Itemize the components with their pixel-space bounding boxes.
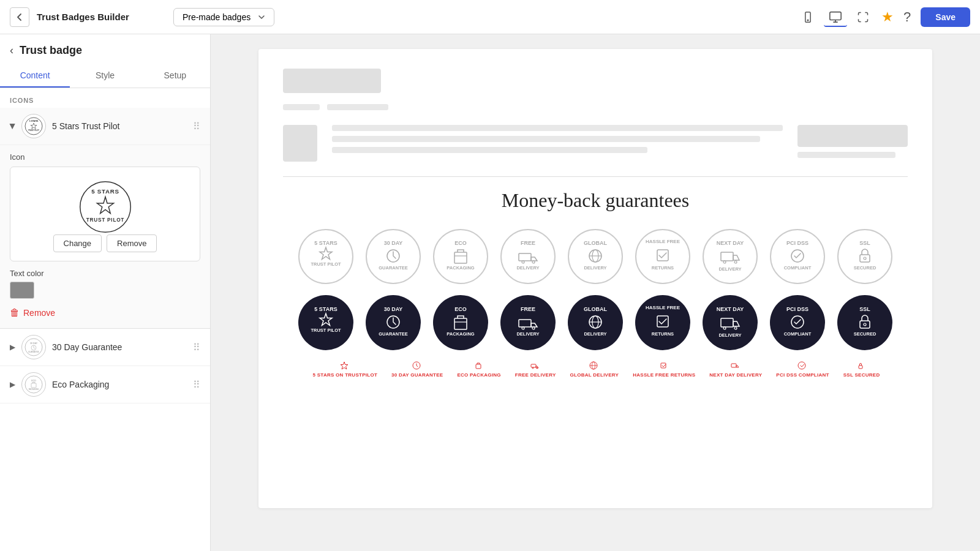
svg-text:SSL: SSL [859, 240, 870, 246]
icon-thumbnail-30day: 30 DAY GUARANTEE [21, 335, 46, 359]
svg-text:GUARANTEE: GUARANTEE [379, 265, 408, 271]
dark-badge-row: 5 STARS TRUST PILOT 30 DAY GUARANTEE [283, 295, 908, 350]
badge-five-stars-dark: 5 STARS TRUST PILOT [298, 295, 353, 350]
back-button[interactable] [10, 7, 29, 27]
icon-item-eco[interactable]: ▶ ECO PACKAGING Eco Packaging ⠿ [0, 366, 210, 403]
badge-ssl-outline: SSL SECURED [837, 229, 892, 284]
svg-text:SECURED: SECURED [854, 331, 876, 337]
svg-rect-92 [531, 364, 536, 367]
svg-point-1 [807, 20, 809, 21]
svg-text:GUARANTEE: GUARANTEE [28, 351, 39, 353]
sidebar-tabs: Content Style Setup [0, 64, 210, 88]
badge-circle: PCI DSS COMPLIANT [770, 229, 825, 284]
svg-point-45 [734, 261, 737, 263]
svg-text:GLOBAL: GLOBAL [584, 240, 607, 246]
premade-badges-dropdown[interactable]: Pre-made badges [173, 8, 274, 26]
svg-text:HASSLE FREE: HASSLE FREE [646, 305, 680, 310]
badge-next-day-outline: NEXT DAY DELIVERY [703, 229, 758, 284]
color-swatch[interactable] [10, 282, 34, 299]
red-badge-30day: 30 DAY GUARANTEE [390, 361, 443, 378]
app-title: Trust Badges Builder [37, 12, 129, 22]
icon-item-five-stars[interactable]: ▶ 5 STARS TRUST PILOT 5 Stars Trust Pilo… [0, 108, 210, 145]
svg-text:PCI DSS: PCI DSS [786, 306, 809, 312]
badge-circle-dark: 30 DAY GUARANTEE [366, 295, 421, 350]
badge-next-day-dark: NEXT DAY DELIVERY [703, 295, 758, 350]
change-icon-button[interactable]: Change [53, 234, 102, 252]
drag-handle-icon[interactable]: ⠿ [193, 342, 200, 353]
badge-30day-dark: 30 DAY GUARANTEE [366, 295, 421, 350]
tab-style[interactable]: Style [70, 64, 140, 88]
badge-circle: 30 DAY GUARANTEE [366, 229, 421, 284]
topbar-right: ★ ? Save [881, 7, 970, 27]
trash-icon: 🗑 [10, 307, 20, 318]
save-button[interactable]: Save [921, 7, 970, 27]
svg-text:COMPLIANT: COMPLIANT [784, 331, 812, 337]
svg-text:30 DAY: 30 DAY [384, 240, 403, 246]
svg-point-80 [734, 327, 737, 329]
svg-text:5 STARS: 5 STARS [314, 306, 337, 312]
badge-circle-dark: 5 STARS TRUST PILOT [298, 295, 353, 350]
text-color-section: Text color [10, 269, 200, 299]
svg-rect-30 [519, 253, 531, 261]
topbar: Trust Badges Builder Pre-made badges ★ ?… [0, 0, 980, 34]
badge-circle: 5 STARS TRUST PILOT [298, 229, 353, 284]
svg-rect-98 [661, 363, 666, 368]
svg-text:HASSLE FREE: HASSLE FREE [646, 239, 680, 244]
drag-handle-icon[interactable]: ⠿ [193, 379, 200, 391]
skeleton-header [283, 69, 908, 110]
svg-text:DELIVERY: DELIVERY [584, 265, 606, 271]
skeleton-title-bar [283, 69, 381, 93]
svg-point-93 [532, 367, 533, 369]
svg-text:5 STARS: 5 STARS [29, 120, 39, 122]
svg-text:NEXT DAY: NEXT DAY [717, 240, 744, 246]
svg-text:COMPLIANT: COMPLIANT [784, 265, 812, 271]
badge-circle: ECO PACKAGING [433, 229, 488, 284]
skeleton-line [332, 136, 760, 142]
svg-text:30 DAY: 30 DAY [30, 342, 38, 345]
icon-item-label: 5 Stars Trust Pilot [52, 121, 187, 131]
svg-text:5 STARS: 5 STARS [314, 240, 337, 246]
svg-marker-89 [341, 362, 348, 369]
svg-text:TRUST PILOT: TRUST PILOT [28, 129, 39, 132]
badge-five-stars-outline: 5 STARS TRUST PILOT [298, 229, 353, 284]
svg-text:5 STARS: 5 STARS [91, 188, 119, 195]
red-badge-next-day: NEXT DAY DELIVERY [707, 361, 762, 378]
tab-setup[interactable]: Setup [140, 64, 210, 88]
icon-item-30day[interactable]: ▶ 30 DAY GUARANTEE 30 Day Guarantee ⠿ [0, 329, 210, 366]
svg-rect-51 [860, 255, 870, 262]
svg-text:RETURNS: RETURNS [652, 331, 674, 337]
skeleton-image [283, 125, 317, 162]
svg-text:PACKAGING: PACKAGING [29, 388, 39, 391]
outline-badge-row: 5 STARS TRUST PILOT 30 DAY GUARANTEE [283, 229, 908, 284]
badge-circle-dark: GLOBAL DELIVERY [568, 295, 623, 350]
remove-icon-button[interactable]: Remove [107, 234, 157, 252]
fullscreen-button[interactable] [852, 9, 874, 26]
canvas-area[interactable]: Money-back guarantees 5 STARS TRUST PILO… [211, 34, 980, 551]
sidebar: ‹ Trust badge Content Style Setup ICONS … [0, 34, 211, 551]
svg-text:ECO: ECO [454, 240, 467, 246]
desktop-view-button[interactable] [824, 7, 847, 27]
mobile-view-button[interactable] [797, 9, 819, 26]
badge-free-delivery-outline: FREE DELIVERY [500, 229, 556, 284]
badge-30day-outline: 30 DAY GUARANTEE [366, 229, 421, 284]
svg-text:DELIVERY: DELIVERY [718, 332, 741, 338]
badge-global-dark: GLOBAL DELIVERY [568, 295, 623, 350]
skeleton-line [283, 104, 320, 110]
sidebar-back-button[interactable]: ‹ [10, 44, 13, 57]
remove-section-button[interactable]: 🗑 Remove [10, 307, 200, 318]
text-color-label: Text color [10, 269, 200, 278]
tab-content[interactable]: Content [0, 64, 70, 88]
svg-rect-99 [731, 364, 736, 367]
svg-marker-55 [320, 313, 332, 326]
svg-point-52 [864, 257, 866, 260]
drag-handle-icon[interactable]: ⠿ [193, 121, 200, 132]
svg-text:NEXT DAY: NEXT DAY [717, 306, 744, 312]
svg-text:TRUST PILOT: TRUST PILOT [311, 261, 341, 267]
red-badge-free-delivery: FREE DELIVERY [513, 361, 556, 378]
red-text-badge-row: 5 STARS ON TRUSTPILOT 30 DAY GUARANTEE E… [283, 361, 908, 378]
badge-circle: SSL SECURED [837, 229, 892, 284]
help-icon[interactable]: ? [903, 9, 911, 25]
badge-circle-dark: FREE DELIVERY [500, 295, 556, 350]
star-icon[interactable]: ★ [881, 9, 894, 25]
red-badge-hassle-free: HASSLE FREE RETURNS [631, 361, 695, 378]
